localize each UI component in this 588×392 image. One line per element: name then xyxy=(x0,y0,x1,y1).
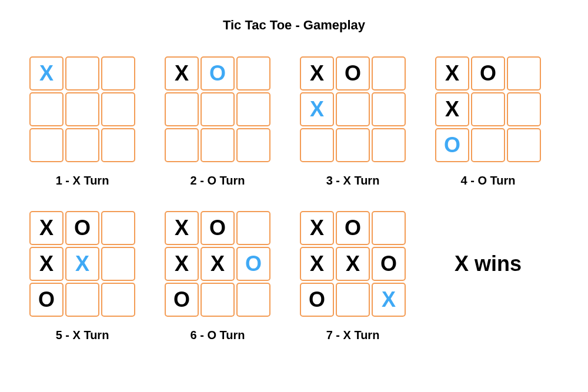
cell xyxy=(165,128,199,162)
cell: X xyxy=(300,247,334,281)
cell xyxy=(236,128,270,162)
cell: O xyxy=(300,283,334,317)
cell xyxy=(336,128,370,162)
cell: O xyxy=(372,247,406,281)
cell: X xyxy=(300,56,334,91)
cell xyxy=(29,128,64,162)
cell xyxy=(65,283,99,317)
cell: O xyxy=(435,128,469,162)
result-text: X wins xyxy=(455,252,522,276)
board-unit-6: X O X X O O 6 - O Turn xyxy=(165,211,270,342)
board-caption: 5 - X Turn xyxy=(56,329,109,342)
cell xyxy=(471,92,505,126)
cell: X xyxy=(165,56,199,91)
cell xyxy=(65,92,99,126)
board-unit-5: X O X X O 5 - X Turn xyxy=(29,211,135,342)
result-unit: X wins xyxy=(435,211,541,317)
cell: X xyxy=(29,211,64,245)
boards-container: X 1 - X Turn X O 2 - O Turn X xyxy=(29,56,559,342)
page-title: Tic Tac Toe - Gameplay xyxy=(29,18,559,33)
cell xyxy=(236,56,270,91)
cell xyxy=(201,283,235,317)
cell xyxy=(101,247,135,281)
cell xyxy=(29,92,64,126)
cell xyxy=(236,211,270,245)
cell xyxy=(165,92,199,126)
cell: X xyxy=(435,56,469,91)
cell: O xyxy=(201,211,235,245)
cell: X xyxy=(29,56,64,91)
cell xyxy=(372,211,406,245)
cell xyxy=(201,128,235,162)
board-caption: 3 - X Turn xyxy=(326,174,380,187)
board-unit-4: X O X O 4 - O Turn xyxy=(435,56,541,187)
cell: X xyxy=(300,211,334,245)
cell: O xyxy=(471,56,505,91)
cell xyxy=(507,56,541,91)
cell xyxy=(101,283,135,317)
cell: O xyxy=(165,283,199,317)
board-unit-2: X O 2 - O Turn xyxy=(165,56,270,187)
cell: X xyxy=(165,247,199,281)
board-unit-7: X O X X O O X 7 - X Turn xyxy=(300,211,406,342)
board-1: X xyxy=(29,56,135,162)
board-6: X O X X O O xyxy=(165,211,270,317)
cell xyxy=(101,56,135,91)
cell: X xyxy=(165,211,199,245)
cell: O xyxy=(336,56,370,91)
cell xyxy=(507,128,541,162)
cell xyxy=(372,128,406,162)
cell xyxy=(101,211,135,245)
board-unit-3: X O X 3 - X Turn xyxy=(300,56,406,187)
cell: O xyxy=(236,247,270,281)
cell xyxy=(65,56,99,91)
board-caption: 4 - O Turn xyxy=(461,174,516,187)
board-2: X O xyxy=(165,56,270,162)
cell xyxy=(507,92,541,126)
cell xyxy=(101,92,135,126)
cell: O xyxy=(201,56,235,91)
cell: X xyxy=(336,247,370,281)
cell: X xyxy=(201,247,235,281)
board-caption: 2 - O Turn xyxy=(191,174,245,187)
cell xyxy=(236,92,270,126)
board-7: X O X X O O X xyxy=(300,211,406,317)
cell: X xyxy=(29,247,64,281)
cell: X xyxy=(300,92,334,126)
cell xyxy=(471,128,505,162)
cell: X xyxy=(65,247,99,281)
board-3: X O X xyxy=(300,56,406,162)
board-caption: 7 - X Turn xyxy=(326,329,380,342)
cell: O xyxy=(336,211,370,245)
cell: O xyxy=(65,211,99,245)
board-caption: 1 - X Turn xyxy=(56,174,109,187)
cell xyxy=(372,92,406,126)
cell xyxy=(65,128,99,162)
cell xyxy=(336,92,370,126)
cell xyxy=(201,92,235,126)
board-5: X O X X O xyxy=(29,211,135,317)
board-caption: 6 - O Turn xyxy=(191,329,245,342)
cell xyxy=(300,128,334,162)
cell: O xyxy=(29,283,64,317)
cell xyxy=(101,128,135,162)
cell: X xyxy=(372,283,406,317)
cell xyxy=(236,283,270,317)
cell xyxy=(372,56,406,91)
cell: X xyxy=(435,92,469,126)
board-unit-1: X 1 - X Turn xyxy=(29,56,135,187)
board-4: X O X O xyxy=(435,56,541,162)
cell xyxy=(336,283,370,317)
